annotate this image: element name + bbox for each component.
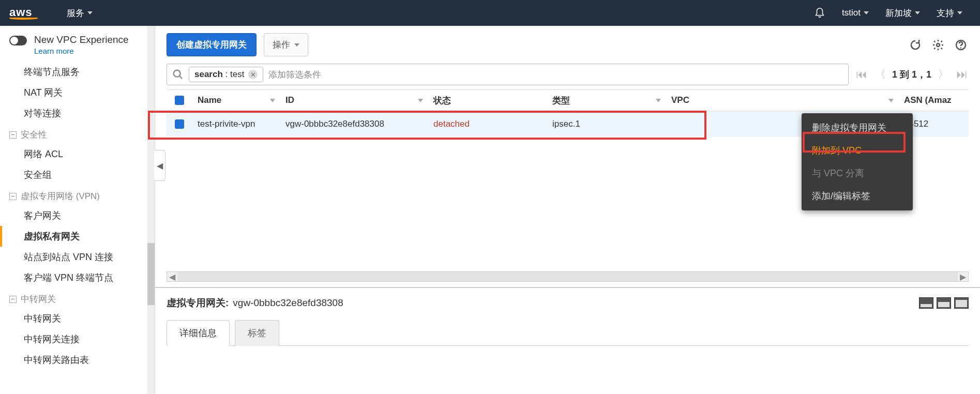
panel-size-large[interactable] [954, 297, 969, 309]
cell-id: vgw-0bbbc32e8efd38308 [280, 119, 428, 129]
pager-last-icon[interactable]: ⏭ [955, 67, 969, 82]
help-button[interactable] [953, 37, 969, 53]
filter-row: search : test ✕ 添加筛选条件 ⏮ 〈 1 到 1，1 〉 ⏭ [155, 64, 980, 89]
filter-placeholder: 添加筛选条件 [268, 69, 321, 81]
bell-icon [814, 7, 825, 19]
th-asn[interactable]: ASN (Amaz [899, 95, 969, 105]
sidebar-item-customer-gateway[interactable]: 客户网关 [0, 205, 155, 226]
sidebar-item-virtual-private-gateway[interactable]: 虚拟私有网关 [0, 226, 155, 247]
sidebar-item-site-to-site[interactable]: 站点到站点 VPN 连接 [0, 247, 155, 267]
caret-down-icon [915, 11, 920, 14]
toolbar: 创建虚拟专用网关 操作 [155, 26, 980, 64]
panel-size-medium[interactable] [937, 297, 951, 309]
svg-point-2 [960, 47, 961, 48]
cell-state: detached [428, 119, 547, 129]
new-experience-label: New VPC Experience [34, 34, 129, 46]
sidebar-item-client-vpn[interactable]: 客户端 VPN 终端节点 [0, 267, 155, 288]
th-name[interactable]: Name [192, 95, 280, 105]
services-menu[interactable]: 服务 [58, 7, 101, 19]
gear-icon [932, 39, 944, 51]
region-menu[interactable]: 新加坡 [877, 7, 928, 19]
select-all-checkbox[interactable] [175, 96, 184, 105]
new-experience-banner: New VPC Experience Learn more [0, 26, 155, 60]
horizontal-scrollbar[interactable]: ◀ ▶ [167, 271, 969, 282]
remove-chip-icon[interactable]: ✕ [248, 70, 258, 79]
pager-prev-icon[interactable]: 〈 [873, 66, 887, 83]
support-menu[interactable]: 支持 [928, 7, 971, 19]
tab-details[interactable]: 详细信息 [167, 320, 230, 346]
th-type[interactable]: 类型 [547, 95, 666, 107]
aws-logo[interactable]: aws [9, 7, 38, 20]
filter-input[interactable]: search : test ✕ 添加筛选条件 [167, 64, 849, 85]
details-title: 虚拟专用网关: vgw-0bbbc32e8efd38308 [167, 296, 969, 310]
search-icon [172, 69, 184, 80]
sidebar-nav: 终端节点服务 NAT 网关 对等连接 − 安全性 网络 ACL 安全组 − 虚拟… [0, 60, 155, 370]
sidebar-item-transit-attachments[interactable]: 中转网关连接 [0, 329, 155, 350]
services-label: 服务 [67, 7, 84, 19]
sidebar-item-security-groups[interactable]: 安全组 [0, 164, 155, 185]
menu-attach-vpc[interactable]: 附加到 VPC [802, 139, 913, 162]
context-menu: 删除虚拟专用网关 附加到 VPC 与 VPC 分离 添加/编辑标签 [802, 113, 913, 210]
sidebar-scroll-thumb[interactable] [147, 243, 155, 305]
pager-next-icon[interactable]: 〉 [937, 66, 950, 83]
sidebar-collapse-handle[interactable]: ◀ [154, 150, 165, 181]
learn-more-link[interactable]: Learn more [34, 47, 129, 55]
notifications-button[interactable] [806, 7, 834, 19]
collapse-icon: − [9, 193, 17, 200]
panel-size-small[interactable] [919, 297, 933, 309]
caret-down-icon [957, 11, 962, 14]
sort-icon [656, 99, 661, 102]
th-id[interactable]: ID [280, 95, 428, 105]
sidebar-item-endpoint-services[interactable]: 终端节点服务 [0, 62, 155, 82]
caret-down-icon [864, 11, 869, 14]
top-header: aws 服务 tstiot 新加坡 支持 [0, 0, 980, 26]
pager-first-icon[interactable]: ⏮ [855, 67, 868, 82]
details-tabs: 详细信息 标签 [167, 320, 969, 346]
caret-down-icon [294, 43, 299, 47]
scroll-track[interactable] [177, 272, 958, 281]
sidebar-item-nat-gateway[interactable]: NAT 网关 [0, 82, 155, 103]
sidebar-group-transit[interactable]: − 中转网关 [0, 288, 155, 308]
sidebar-scroll-track[interactable] [147, 26, 155, 394]
scroll-right-icon[interactable]: ▶ [958, 272, 968, 282]
th-vpc[interactable]: VPC [666, 95, 899, 105]
collapse-icon: − [9, 131, 17, 139]
menu-delete-vgw[interactable]: 删除虚拟专用网关 [802, 116, 913, 139]
help-icon [955, 39, 967, 51]
pager-text: 1 到 1，1 [892, 68, 931, 81]
sidebar-group-vpn[interactable]: − 虚拟专用网络 (VPN) [0, 185, 155, 205]
account-label: tstiot [842, 8, 861, 18]
cell-type: ipsec.1 [547, 119, 666, 129]
sort-icon [270, 99, 275, 102]
sidebar-group-security[interactable]: − 安全性 [0, 124, 155, 144]
scroll-left-icon[interactable]: ◀ [167, 272, 177, 282]
region-label: 新加坡 [885, 7, 912, 19]
menu-edit-tags[interactable]: 添加/编辑标签 [802, 185, 913, 207]
sidebar-item-network-acl[interactable]: 网络 ACL [0, 144, 155, 164]
sidebar-item-transit-routetables[interactable]: 中转网关路由表 [0, 350, 155, 370]
account-menu[interactable]: tstiot [834, 8, 877, 18]
tab-tags[interactable]: 标签 [235, 320, 279, 346]
sort-icon [418, 99, 423, 102]
filter-chip[interactable]: search : test ✕ [189, 67, 263, 82]
row-checkbox[interactable] [175, 119, 184, 129]
sidebar-item-peering[interactable]: 对等连接 [0, 103, 155, 124]
settings-button[interactable] [930, 37, 946, 53]
sidebar-item-transit-gateway[interactable]: 中转网关 [0, 308, 155, 329]
main-content: ◀ 创建虚拟专用网关 操作 search : test [155, 26, 980, 394]
pager: ⏮ 〈 1 到 1，1 〉 ⏭ [855, 66, 969, 83]
th-state[interactable]: 状态 [428, 95, 547, 107]
panel-view-controls [919, 297, 969, 309]
menu-detach-vpc: 与 VPC 分离 [802, 162, 913, 185]
details-pane: 虚拟专用网关: vgw-0bbbc32e8efd38308 详细信息 标签 [155, 287, 980, 346]
actions-menu-button[interactable]: 操作 [264, 33, 308, 56]
sort-icon [888, 99, 894, 102]
support-label: 支持 [937, 7, 954, 19]
new-experience-toggle[interactable] [9, 36, 27, 46]
caret-down-icon [87, 11, 93, 14]
collapse-icon: − [9, 296, 17, 303]
svg-point-3 [174, 70, 180, 77]
create-vgw-button[interactable]: 创建虚拟专用网关 [167, 33, 257, 56]
refresh-button[interactable] [908, 37, 923, 53]
svg-point-0 [937, 43, 940, 47]
